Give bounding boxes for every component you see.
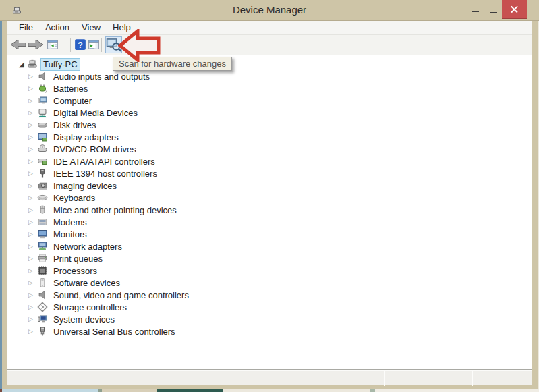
window-frame: File Action View Help ? ◢ Tuffy-PC ▷Audi… — [7, 21, 532, 385]
tree-item-disk-drives[interactable]: ▷Disk drives — [7, 119, 532, 131]
toolbar: ? — [7, 34, 532, 55]
tree-item-label: Batteries — [51, 83, 90, 94]
tree-item-label: Imaging devices — [51, 180, 119, 192]
tree-item-label: Print queues — [51, 253, 105, 264]
device-tree: ◢ Tuffy-PC ▷Audio inputs and outputs ▷Ba… — [7, 55, 532, 370]
tree-item-network-adapters[interactable]: ▷Network adapters — [7, 240, 532, 252]
tree-item-label: Storage controllers — [51, 302, 129, 313]
computer-icon — [37, 95, 48, 106]
imaging-icon — [37, 180, 48, 191]
tree-item-mice[interactable]: ▷Mice and other pointing devices — [7, 204, 532, 216]
tree-item-sound[interactable]: ▷Sound, video and game controllers — [7, 289, 532, 301]
tree-item-computer[interactable]: ▷Computer — [7, 94, 532, 107]
chevron-right-icon[interactable]: ▷ — [28, 243, 37, 250]
tree-root-label: Tuffy-PC — [41, 59, 80, 70]
menu-bar: File Action View Help — [7, 21, 532, 34]
printer-icon — [37, 253, 48, 264]
tree-item-system-devices[interactable]: ▷System devices — [7, 313, 532, 325]
tree-item-digital-media[interactable]: ▷Digital Media Devices — [7, 107, 532, 119]
chevron-right-icon[interactable]: ▷ — [28, 170, 37, 177]
modem-icon — [37, 217, 48, 227]
tree-item-imaging[interactable]: ▷Imaging devices — [7, 179, 532, 192]
chevron-right-icon[interactable]: ▷ — [28, 85, 37, 92]
chevron-right-icon[interactable]: ▷ — [28, 121, 37, 128]
tree-item-monitors[interactable]: ▷Monitors — [7, 228, 532, 240]
chevron-right-icon[interactable]: ▷ — [28, 158, 37, 165]
chevron-right-icon[interactable]: ▷ — [28, 109, 37, 116]
window-title: Device Manager — [0, 0, 539, 20]
tree-item-modems[interactable]: ▷Modems — [7, 216, 532, 228]
tree-item-label: Audio inputs and outputs — [51, 71, 152, 82]
tree-item-ieee1394[interactable]: ▷IEEE 1394 host controllers — [7, 167, 532, 179]
tree-item-label: Sound, video and game controllers — [51, 289, 191, 301]
battery-icon — [37, 83, 48, 94]
tree-item-label: Display adapters — [51, 132, 121, 143]
tree-item-batteries[interactable]: ▷Batteries — [7, 82, 532, 94]
tree-item-label: Network adapters — [51, 241, 124, 252]
chevron-right-icon[interactable]: ▷ — [28, 328, 37, 335]
tree-item-display-adapters[interactable]: ▷Display adapters — [7, 131, 532, 143]
tree-root-item[interactable]: ◢ Tuffy-PC — [7, 58, 532, 70]
disk-drive-icon — [37, 119, 48, 130]
desktop-sliver — [0, 389, 539, 392]
chevron-right-icon[interactable]: ▷ — [28, 255, 37, 262]
chevron-right-icon[interactable]: ▷ — [28, 316, 37, 323]
menu-action[interactable]: Action — [39, 21, 76, 34]
firewire-icon — [37, 168, 48, 179]
tree-item-print-queues[interactable]: ▷Print queues — [7, 252, 532, 264]
sound-icon — [37, 289, 48, 300]
tree-item-ide-controllers[interactable]: ▷IDE ATA/ATAPI controllers — [7, 155, 532, 167]
menu-file[interactable]: File — [13, 21, 39, 34]
chevron-right-icon[interactable]: ▷ — [28, 291, 37, 298]
usb-icon — [37, 326, 48, 337]
close-button[interactable] — [502, 0, 527, 19]
ide-controller-icon — [37, 156, 48, 167]
expanded-triangle-icon[interactable]: ◢ — [19, 61, 27, 68]
status-bar — [7, 370, 532, 385]
help-icon[interactable]: ? — [74, 38, 86, 51]
display-adapter-icon — [37, 132, 48, 142]
tree-item-label: Monitors — [51, 229, 89, 240]
menu-view[interactable]: View — [76, 21, 107, 34]
chevron-right-icon[interactable]: ▷ — [28, 134, 37, 140]
tree-item-label: Processors — [51, 265, 99, 277]
action-pane-icon[interactable] — [88, 38, 100, 51]
sliver-segment — [102, 389, 157, 392]
chevron-right-icon[interactable]: ▷ — [28, 182, 37, 189]
cpu-icon — [37, 265, 48, 276]
tree-item-usb-controllers[interactable]: ▷Universal Serial Bus controllers — [7, 325, 532, 337]
chevron-right-icon[interactable]: ▷ — [28, 97, 37, 104]
chevron-right-icon[interactable]: ▷ — [28, 194, 37, 201]
tree-item-label: Keyboards — [51, 192, 97, 204]
chevron-right-icon[interactable]: ▷ — [28, 231, 37, 237]
chevron-right-icon[interactable]: ▷ — [28, 73, 37, 80]
tree-item-label: Modems — [51, 217, 89, 228]
arrow-left-icon[interactable] — [9, 38, 27, 51]
chevron-right-icon[interactable]: ▷ — [28, 267, 37, 274]
mouse-icon — [37, 204, 48, 215]
console-tree-icon[interactable] — [47, 38, 59, 51]
chevron-right-icon[interactable]: ▷ — [28, 304, 37, 310]
sliver-segment — [375, 389, 539, 392]
tree-item-label: Computer — [51, 95, 94, 107]
tree-item-processors[interactable]: ▷Processors — [7, 264, 532, 277]
tree-item-label: Digital Media Devices — [51, 107, 140, 119]
sliver-segment — [2, 389, 98, 392]
tree-item-keyboards[interactable]: ▷Keyboards — [7, 192, 532, 204]
close-icon — [511, 5, 518, 13]
chevron-right-icon[interactable]: ▷ — [28, 219, 37, 225]
tree-item-label: System devices — [51, 314, 117, 325]
tree-item-software-devices[interactable]: ▷Software devices — [7, 277, 532, 289]
tree-item-label: Universal Serial Bus controllers — [51, 326, 177, 337]
tree-item-dvd-cdrom[interactable]: ▷DVD/CD-ROM drives — [7, 143, 532, 155]
tree-item-storage-controllers[interactable]: ▷Storage controllers — [7, 301, 532, 313]
minimize-button[interactable] — [467, 0, 484, 19]
tree-item-audio[interactable]: ▷Audio inputs and outputs — [7, 70, 532, 82]
chevron-right-icon[interactable]: ▷ — [28, 146, 37, 152]
maximize-button[interactable] — [484, 0, 502, 19]
system-device-icon — [37, 314, 48, 325]
tree-item-label: IDE ATA/ATAPI controllers — [51, 156, 157, 167]
chevron-right-icon[interactable]: ▷ — [28, 279, 37, 286]
computer-root-icon — [27, 59, 38, 69]
chevron-right-icon[interactable]: ▷ — [28, 206, 37, 213]
